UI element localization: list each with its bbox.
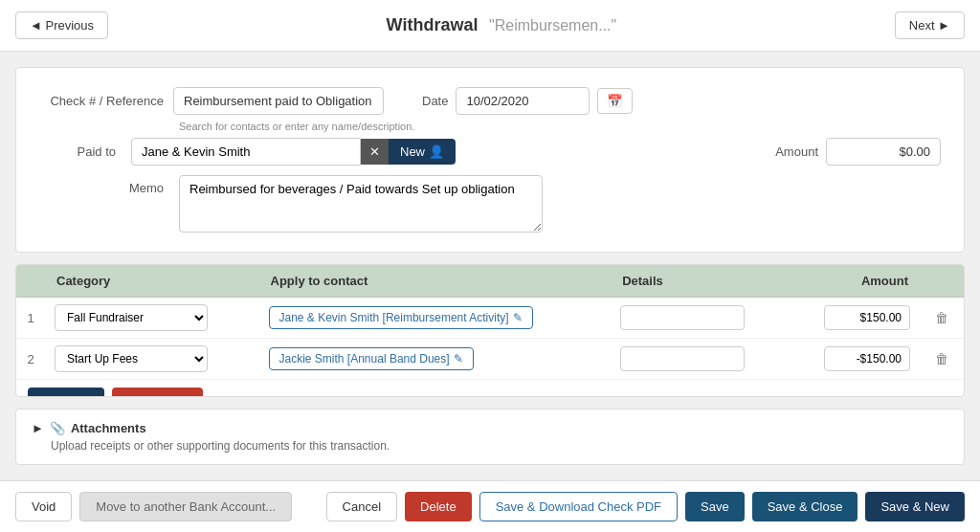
times-circle-icon: ✕: [369, 144, 380, 159]
row-number: 1: [16, 298, 45, 339]
date-input[interactable]: [456, 87, 590, 115]
new-contact-button[interactable]: New 👤: [389, 139, 456, 165]
splits-card: Category Apply to contact Details Amount…: [15, 264, 965, 397]
check-label: Check # / Reference: [39, 94, 164, 108]
row-number: 2: [16, 339, 45, 380]
amount-group: Amount: [775, 138, 941, 166]
delete-button[interactable]: Delete: [405, 492, 472, 521]
main-content: Check # / Reference Date 📅 Search for co…: [0, 52, 980, 480]
amount-header: Amount: [789, 265, 920, 298]
paid-to-input[interactable]: [131, 138, 361, 166]
memo-label: Memo: [39, 175, 164, 195]
details-input[interactable]: [620, 305, 745, 330]
save-button[interactable]: Save: [685, 492, 745, 521]
table-row: 1 Fall Fundraiser Jane & Kevin Smith [Re…: [16, 298, 964, 339]
paid-to-row: Paid to ✕ New 👤 Amount: [39, 138, 941, 166]
category-header: Category: [45, 265, 259, 298]
splits-table: Category Apply to contact Details Amount…: [16, 265, 964, 380]
category-cell: Start Up Fees: [45, 339, 259, 380]
search-hint: Search for contacts or enter any name/de…: [179, 121, 941, 132]
details-header: Details: [611, 265, 789, 298]
attachments-description: Upload receipts or other supporting docu…: [51, 439, 948, 453]
calendar-icon: 📅: [607, 94, 623, 108]
cancel-button[interactable]: Cancel: [326, 492, 397, 521]
footer-actions: Cancel Delete Save & Download Check PDF …: [326, 492, 965, 521]
attachments-title: Attachments: [71, 421, 146, 435]
total-amount: $0.00: [885, 394, 952, 397]
details-cell: [611, 339, 789, 380]
add-split-button[interactable]: Add Split: [28, 388, 104, 397]
edit-icon: ✎: [454, 352, 463, 366]
split-amount-input[interactable]: [824, 346, 910, 371]
category-cell: Fall Fundraiser: [45, 298, 259, 339]
page-header: ◄ Previous Withdrawal "Reimbursemen..." …: [0, 0, 980, 52]
contact-cell: Jackie Smith [Annual Band Dues] ✎: [259, 339, 612, 380]
row-num-header: [16, 265, 45, 298]
total-row: Total $0.00: [841, 394, 952, 397]
save-close-button[interactable]: Save & Close: [752, 492, 858, 521]
check-reference-input[interactable]: [173, 87, 384, 115]
delete-cell: 🗑: [920, 339, 964, 380]
action-header: [920, 265, 964, 298]
new-button-label: New: [400, 144, 425, 159]
attachments-header[interactable]: ► 📎 Attachments: [32, 421, 948, 435]
clear-splits-button[interactable]: Clear Splits: [112, 388, 202, 397]
save-download-button[interactable]: Save & Download Check PDF: [479, 492, 678, 521]
next-button[interactable]: Next ►: [895, 11, 965, 39]
contact-button[interactable]: Jane & Kevin Smith [Reimbursement Activi…: [269, 306, 533, 329]
edit-icon: ✎: [513, 311, 523, 324]
details-input[interactable]: [620, 346, 745, 371]
attachments-card: ► 📎 Attachments Upload receipts or other…: [15, 409, 965, 465]
category-select[interactable]: Fall Fundraiser: [55, 304, 208, 331]
save-new-button[interactable]: Save & New: [865, 492, 965, 521]
date-label: Date: [422, 94, 448, 108]
split-amount-cell: [789, 298, 920, 339]
chevron-right-icon: ►: [32, 421, 44, 435]
contact-header: Apply to contact: [259, 265, 612, 298]
splits-header-row: Category Apply to contact Details Amount: [16, 265, 964, 298]
amount-label: Amount: [775, 144, 818, 159]
paperclip-icon: 📎: [50, 421, 65, 435]
memo-input[interactable]: Reimbursed for beverages / Paid towards …: [179, 175, 543, 233]
delete-row-button[interactable]: 🗑: [929, 308, 954, 327]
paid-to-input-group: ✕ New 👤: [131, 138, 456, 166]
previous-button[interactable]: ◄ Previous: [15, 11, 108, 39]
paid-to-label: Paid to: [39, 144, 116, 159]
contact-cell: Jane & Kevin Smith [Reimbursement Activi…: [259, 298, 612, 339]
details-cell: [611, 298, 789, 339]
memo-row: Memo Reimbursed for beverages / Paid tow…: [39, 175, 941, 233]
category-select[interactable]: Start Up Fees: [55, 345, 208, 372]
split-amount-cell: [789, 339, 920, 380]
delete-cell: 🗑: [920, 298, 964, 339]
date-group: Date 📅: [422, 87, 633, 115]
check-date-row: Check # / Reference Date 📅: [39, 87, 941, 115]
clear-paid-to-button[interactable]: ✕: [361, 139, 389, 165]
user-plus-icon: 👤: [429, 144, 444, 159]
delete-row-button[interactable]: 🗑: [929, 349, 954, 368]
calendar-button[interactable]: 📅: [597, 88, 633, 114]
splits-footer: Add Split Clear Splits Total $0.00: [16, 380, 964, 397]
total-label: Total: [841, 394, 870, 397]
move-button[interactable]: Move to another Bank Account...: [79, 492, 292, 521]
void-button[interactable]: Void: [15, 492, 72, 521]
form-card: Check # / Reference Date 📅 Search for co…: [15, 67, 965, 253]
contact-button[interactable]: Jackie Smith [Annual Band Dues] ✎: [269, 347, 474, 370]
page-title: Withdrawal "Reimbursemen...": [387, 15, 617, 35]
table-row: 2 Start Up Fees Jackie Smith [Annual Ban…: [16, 339, 964, 380]
split-amount-input[interactable]: [824, 305, 910, 330]
page-footer: Void Move to another Bank Account... Can…: [0, 480, 980, 532]
amount-input[interactable]: [826, 138, 941, 166]
